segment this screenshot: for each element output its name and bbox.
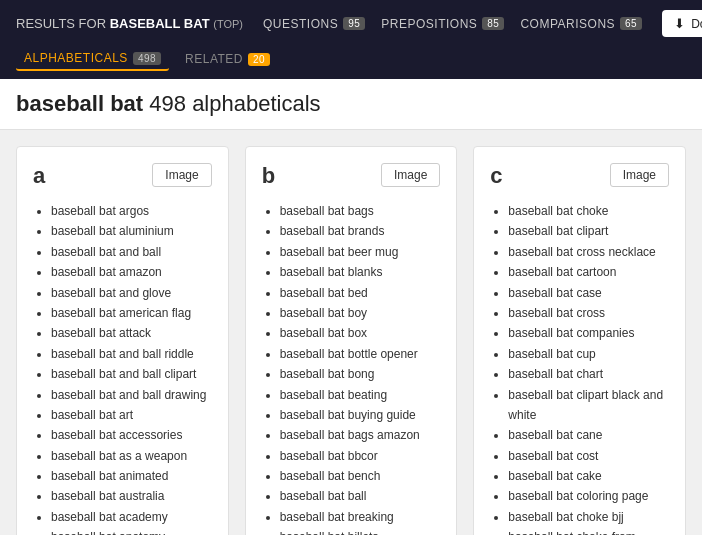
list-item: baseball bat bottle opener: [280, 344, 441, 364]
list-item: baseball bat cross: [508, 303, 669, 323]
list-item: baseball bat as a weapon: [51, 446, 212, 466]
list-item: baseball bat case: [508, 283, 669, 303]
list-item: baseball bat and ball riddle: [51, 344, 212, 364]
image-button-b[interactable]: Image: [381, 163, 440, 187]
tab-alphabeticals[interactable]: ALPHABETICALS 498: [16, 47, 169, 71]
page-title: baseball bat 498 alphabeticals: [16, 91, 686, 117]
card-letter-a: a: [33, 163, 45, 189]
image-button-a[interactable]: Image: [152, 163, 211, 187]
list-item: baseball bat cup: [508, 344, 669, 364]
list-item: baseball bat beer mug: [280, 242, 441, 262]
list-item: baseball bat bong: [280, 364, 441, 384]
tab-related[interactable]: RELATED 20: [177, 48, 278, 70]
list-item: baseball bat bench: [280, 466, 441, 486]
list-item: baseball bat choke from bottom: [508, 527, 669, 535]
list-item: baseball bat art: [51, 405, 212, 425]
results-title: RESULTS FOR BASEBALL BAT (TOP): [16, 16, 243, 31]
list-item: baseball bat and glove: [51, 283, 212, 303]
list-item: baseball bat chart: [508, 364, 669, 384]
card-a: aImagebaseball bat argosbaseball bat alu…: [16, 146, 229, 535]
list-item: baseball bat accessories: [51, 425, 212, 445]
tab-bar: ALPHABETICALS 498 RELATED 20: [0, 47, 702, 79]
nav-questions[interactable]: QUESTIONS 95: [263, 17, 365, 31]
nav-bar: QUESTIONS 95 PREPOSITIONS 85 COMPARISONS…: [263, 17, 642, 31]
list-item: baseball bat and ball: [51, 242, 212, 262]
list-item: baseball bat beating: [280, 385, 441, 405]
list-item: baseball bat bags: [280, 201, 441, 221]
card-c: cImagebaseball bat chokebaseball bat cli…: [473, 146, 686, 535]
main-content: aImagebaseball bat argosbaseball bat alu…: [0, 130, 702, 535]
card-list-c: baseball bat chokebaseball bat clipartba…: [490, 201, 669, 535]
download-csv-button[interactable]: ⬇ Download CSV: [662, 10, 702, 37]
list-item: baseball bat bbcor: [280, 446, 441, 466]
list-item: baseball bat billets: [280, 527, 441, 535]
list-item: baseball bat bags amazon: [280, 425, 441, 445]
card-letter-c: c: [490, 163, 502, 189]
card-header-a: aImage: [33, 163, 212, 189]
list-item: baseball bat anatomy: [51, 527, 212, 535]
list-item: baseball bat brands: [280, 221, 441, 241]
card-b: bImagebaseball bat bagsbaseball bat bran…: [245, 146, 458, 535]
list-item: baseball bat box: [280, 323, 441, 343]
card-list-b: baseball bat bagsbaseball bat brandsbase…: [262, 201, 441, 535]
list-item: baseball bat choke: [508, 201, 669, 221]
list-item: baseball bat amazon: [51, 262, 212, 282]
list-item: baseball bat ball: [280, 486, 441, 506]
list-item: baseball bat cane: [508, 425, 669, 445]
download-icon: ⬇: [674, 16, 685, 31]
list-item: baseball bat argos: [51, 201, 212, 221]
list-item: baseball bat buying guide: [280, 405, 441, 425]
list-item: baseball bat boy: [280, 303, 441, 323]
page-title-bar: baseball bat 498 alphabeticals: [0, 79, 702, 130]
list-item: baseball bat cartoon: [508, 262, 669, 282]
list-item: baseball bat clipart: [508, 221, 669, 241]
card-letter-b: b: [262, 163, 275, 189]
list-item: baseball bat academy: [51, 507, 212, 527]
list-item: baseball bat companies: [508, 323, 669, 343]
cards-grid: aImagebaseball bat argosbaseball bat alu…: [16, 146, 686, 535]
list-item: baseball bat bed: [280, 283, 441, 303]
list-item: baseball bat cost: [508, 446, 669, 466]
card-header-b: bImage: [262, 163, 441, 189]
nav-comparisons[interactable]: COMPARISONS 65: [520, 17, 642, 31]
list-item: baseball bat clipart black and white: [508, 385, 669, 426]
list-item: baseball bat blanks: [280, 262, 441, 282]
list-item: baseball bat choke bjj: [508, 507, 669, 527]
list-item: baseball bat attack: [51, 323, 212, 343]
list-item: baseball bat aluminium: [51, 221, 212, 241]
image-button-c[interactable]: Image: [610, 163, 669, 187]
nav-prepositions[interactable]: PREPOSITIONS 85: [381, 17, 504, 31]
list-item: baseball bat cake: [508, 466, 669, 486]
list-item: baseball bat cross necklace: [508, 242, 669, 262]
card-list-a: baseball bat argosbaseball bat aluminium…: [33, 201, 212, 535]
list-item: baseball bat coloring page: [508, 486, 669, 506]
main-header: RESULTS FOR BASEBALL BAT (TOP) QUESTIONS…: [0, 0, 702, 47]
list-item: baseball bat breaking: [280, 507, 441, 527]
list-item: baseball bat australia: [51, 486, 212, 506]
list-item: baseball bat and ball drawing: [51, 385, 212, 405]
list-item: baseball bat animated: [51, 466, 212, 486]
card-header-c: cImage: [490, 163, 669, 189]
list-item: baseball bat and ball clipart: [51, 364, 212, 384]
list-item: baseball bat american flag: [51, 303, 212, 323]
